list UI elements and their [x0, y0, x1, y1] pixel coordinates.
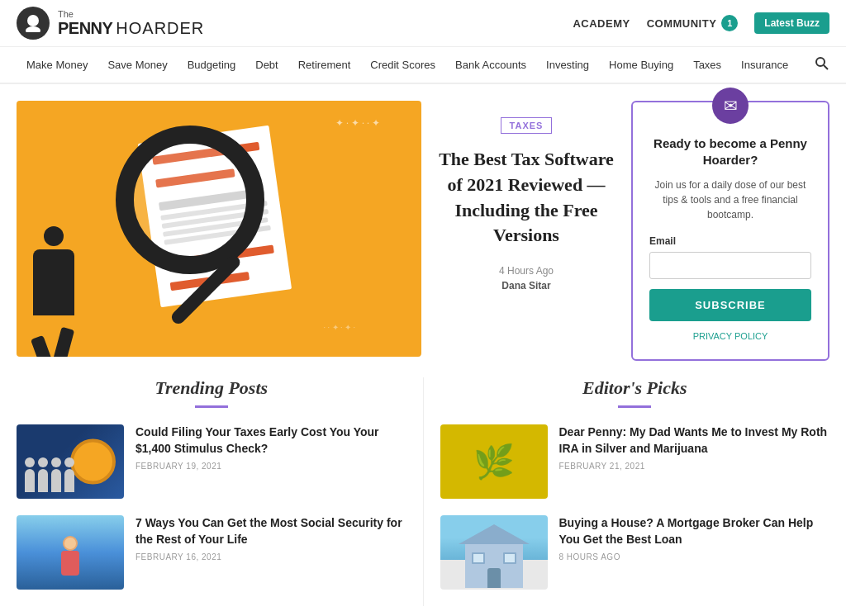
nav-save-money[interactable]: Save Money: [97, 47, 177, 83]
community-area: COMMUNITY 1: [647, 15, 739, 31]
svg-point-0: [27, 15, 39, 26]
article-time: 4 Hours Ago: [499, 265, 554, 277]
post-thumb-social: [17, 515, 124, 590]
main-content: ✦ · ✦ · · ✦ · · ✦ · ✦ · TAXES The Best T…: [0, 84, 846, 377]
subscribe-title: Ready to become a Penny Hoarder?: [649, 135, 811, 168]
editors-section: Editor's Picks 🌿 Dear Penny: My Dad Want…: [423, 377, 830, 606]
nav-credit-scores[interactable]: Credit Scores: [360, 47, 445, 83]
beach-person: [50, 536, 91, 585]
post-title-1[interactable]: Could Filing Your Taxes Early Cost You Y…: [135, 424, 406, 457]
coin: [70, 439, 116, 485]
logo-text: The PENNY HOARDER: [58, 9, 204, 37]
article-info: TAXES The Best Tax Software of 2021 Revi…: [438, 101, 615, 361]
hero-image[interactable]: ✦ · ✦ · · ✦ · · ✦ · ✦ ·: [17, 101, 421, 357]
nav-investing[interactable]: Investing: [536, 47, 599, 83]
trending-title: Trending Posts: [17, 377, 406, 399]
decoration-dots: ✦ · ✦ · · ✦: [335, 117, 380, 130]
ep-title-2[interactable]: Buying a House? A Mortgage Broker Can He…: [559, 515, 830, 547]
search-icon[interactable]: [815, 56, 829, 74]
trending-divider: [195, 405, 228, 408]
email-input[interactable]: [649, 252, 811, 279]
sidebar: ✉ Ready to become a Penny Hoarder? Join …: [631, 101, 829, 361]
nav-taxes[interactable]: Taxes: [683, 47, 731, 83]
house-window-right: [503, 552, 516, 564]
leaf-icon: 🌿: [473, 443, 515, 481]
header: The PENNY HOARDER ACADEMY COMMUNITY 1 La…: [0, 0, 846, 47]
person-silhouette: [33, 249, 74, 340]
logo-the: The: [58, 9, 204, 19]
ep-info-1: Dear Penny: My Dad Wants Me to Invest My…: [559, 424, 830, 471]
privacy-policy-link[interactable]: PRIVACY POLICY: [693, 331, 768, 341]
main-nav: Make Money Save Money Budgeting Debt Ret…: [0, 47, 846, 84]
trending-section: Trending Posts Could Filing Your Taxes E…: [17, 377, 423, 606]
logo-penny: PENNY: [58, 19, 112, 37]
editors-post-2[interactable]: Buying a House? A Mortgage Broker Can He…: [440, 515, 830, 590]
logo[interactable]: The PENNY HOARDER: [17, 7, 204, 40]
post-info-1: Could Filing Your Taxes Early Cost You Y…: [135, 424, 406, 471]
post-date-1: FEBRUARY 19, 2021: [135, 462, 406, 471]
trending-post-2[interactable]: 7 Ways You Can Get the Most Social Secur…: [17, 515, 406, 590]
magnifier: [116, 126, 264, 274]
ep-title-1[interactable]: Dear Penny: My Dad Wants Me to Invest My…: [559, 424, 830, 457]
subscribe-description: Join us for a daily dose of our best tip…: [649, 178, 811, 222]
editors-title: Editor's Picks: [440, 377, 830, 399]
bottom-sections: Trending Posts Could Filing Your Taxes E…: [0, 377, 846, 616]
article-author[interactable]: Dana Sitar: [501, 280, 550, 291]
post-date-2: FEBRUARY 16, 2021: [135, 552, 406, 562]
nav-budgeting[interactable]: Budgeting: [178, 47, 246, 83]
editors-post-1[interactable]: 🌿 Dear Penny: My Dad Wants Me to Invest …: [440, 424, 830, 499]
nav-debt[interactable]: Debt: [245, 47, 288, 83]
people: [25, 469, 74, 492]
post-thumb-house: [440, 515, 548, 590]
nav-make-money[interactable]: Make Money: [17, 47, 97, 83]
logo-hoarder: HOARDER: [116, 19, 204, 37]
post-thumb-cannabis: 🌿: [440, 424, 548, 499]
svg-point-1: [26, 26, 40, 32]
article-category[interactable]: TAXES: [501, 117, 553, 134]
ep-info-2: Buying a House? A Mortgage Broker Can He…: [559, 515, 830, 562]
community-link[interactable]: COMMUNITY: [647, 17, 717, 30]
nav-bank-accounts[interactable]: Bank Accounts: [445, 47, 536, 83]
hero-section: ✦ · ✦ · · ✦ · · ✦ · ✦ · TAXES The Best T…: [17, 101, 615, 361]
subscribe-box: ✉ Ready to become a Penny Hoarder? Join …: [631, 101, 829, 361]
svg-point-2: [816, 58, 825, 66]
email-icon: ✉: [712, 88, 749, 124]
post-info-2: 7 Ways You Can Get the Most Social Secur…: [135, 515, 406, 562]
nav-home-buying[interactable]: Home Buying: [599, 47, 683, 83]
article-title[interactable]: The Best Tax Software of 2021 Reviewed —…: [438, 147, 615, 249]
post-title-2[interactable]: 7 Ways You Can Get the Most Social Secur…: [135, 515, 406, 547]
post-thumb-taxes: [17, 424, 124, 499]
academy-link[interactable]: ACADEMY: [573, 17, 630, 30]
top-right: ACADEMY COMMUNITY 1 Latest Buzz: [573, 12, 829, 34]
house-door: [487, 568, 501, 588]
email-label: Email: [649, 235, 811, 247]
house: [465, 543, 523, 588]
logo-icon: [17, 7, 50, 40]
hero-illustration: ✦ · ✦ · · ✦ · · ✦ · ✦ ·: [17, 101, 421, 357]
decoration-dots2: · · ✦ · ✦ ·: [324, 323, 356, 332]
notification-badge: 1: [721, 15, 738, 31]
nav-insurance[interactable]: Insurance: [731, 47, 798, 83]
ep-date-2: 8 HOURS AGO: [559, 552, 830, 562]
house-roof: [459, 524, 530, 544]
subscribe-button[interactable]: SUBSCRIBE: [649, 289, 811, 321]
ep-date-1: FEBRUARY 21, 2021: [559, 462, 830, 471]
editors-divider: [618, 405, 651, 408]
nav-retirement[interactable]: Retirement: [288, 47, 361, 83]
svg-line-3: [824, 65, 828, 69]
house-window-left: [472, 552, 485, 564]
trending-post-1[interactable]: Could Filing Your Taxes Early Cost You Y…: [17, 424, 406, 499]
latest-buzz-button[interactable]: Latest Buzz: [754, 12, 829, 34]
